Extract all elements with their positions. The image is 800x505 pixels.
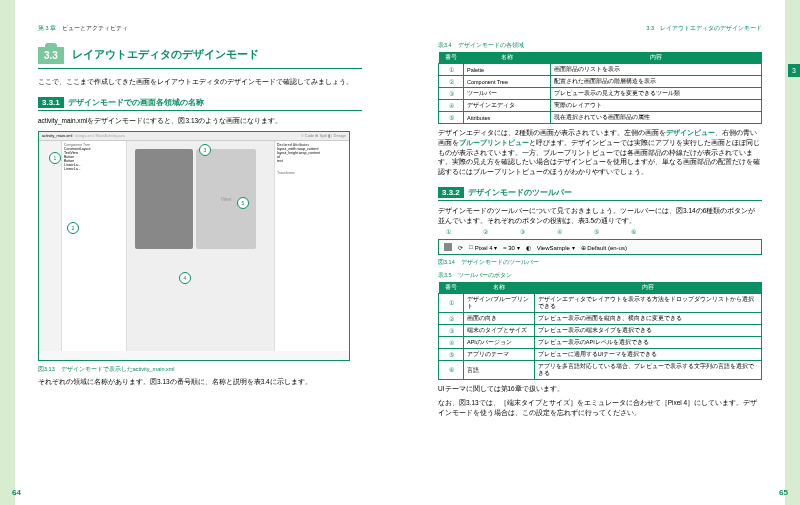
table-34: 番号名称内容 ①Palette画面部品のリストを表示 ②Component Tr… [438,52,762,124]
page-number-right: 65 [779,488,788,497]
ss-palette [39,141,62,351]
toolbar-screenshot: ⟳ □ Pixel 4 ▾ ≈ 30 ▾ ◐ ViewSample ▾ ⊕ De… [438,239,762,255]
chapter-title: ビューとアクティビティ [62,25,128,31]
p-331-2: それぞれの領域に名称があります。図3.13の番号順に、名称と説明を表3.4に示し… [38,377,362,387]
toolbar-numbers: ①②③④⑤⑥ [446,229,762,235]
device-select: □ Pixel 4 ▾ [469,244,497,251]
orientation-icon: ⟳ [458,244,463,251]
section-num-badge: 3.3 [38,47,64,64]
p-design-editor: デザインエディタには、2種類の画面が表示されています。左側の画面をデザインビュー… [438,128,762,177]
p-331-1: activity_main.xmlをデザインモードにすると、図3.13のような画… [38,116,362,126]
design-mode-icon [444,243,452,251]
table-34-caption: 表3.4 デザインモードの各領域 [438,42,762,49]
api-select: ≈ 30 ▾ [503,244,519,251]
section-title-text: レイアウトエディタのデザインモード [72,48,259,62]
locale-select: ⊕ Default (en-us) [581,244,627,251]
page-left: 第 3 章 ビューとアクティビティ 3.3 レイアウトエディタのデザインモード … [0,0,400,505]
ss-attributes: Declared Attributes layout_width wrap_co… [274,141,349,351]
theme-icon: ◐ [526,244,531,251]
p-ui-theme: UIテーマに関しては第16章で扱います。 [438,384,762,394]
table-35-caption: 表3.5 ツールバーのボタン [438,272,762,279]
page-right: 3.3 レイアウトエディタのデザインモード 3 表3.4 デザインモードの各領域… [400,0,800,505]
fig-313-caption: 図3.13 デザインモードで表示したactivity_main.xml [38,366,362,373]
ss-design-view [135,149,193,249]
ss-design-editor: View [127,141,274,351]
ss-tabs: activity_main.xml strings.xml MainActivi… [39,132,349,141]
subsection-332: 3.3.2デザインモードのツールバー [438,185,762,201]
page-header-r: 3.3 レイアウトエディタのデザインモード [438,25,762,32]
page-number-left: 64 [12,488,21,497]
p-332-1: デザインモードのツールバーについて見ておきましょう。ツールバーには、図3.14の… [438,206,762,226]
section-title: 3.3 レイアウトエディタのデザインモード [38,42,362,69]
page-header: 第 3 章 ビューとアクティビティ [38,25,362,32]
chapter-num: 第 3 章 [38,25,56,31]
fig-314-caption: 図3.14 デザインモードのツールバー [438,259,762,266]
p-note: なお、図3.13では、［端末タイプとサイズ］をエミュレータに合わせて［Pixel… [438,398,762,418]
table-35: 番号名称内容 ①デザイン/ブループリントデザインエディタでレイアウトを表示する方… [438,282,762,380]
ss-component-tree: Component Tree ConstraintLayout TextView… [62,141,127,351]
screenshot-layout-editor: activity_main.xml strings.xml MainActivi… [38,131,350,361]
subsection-331: 3.3.1デザインモードでの画面各領域の名称 [38,95,362,111]
viewsample-select: ViewSample ▾ [537,244,575,251]
chapter-tab: 3 [788,64,800,77]
section-intro: ここで、ここまで作成してきた画面をレイアウトエディタのデザインモードで確認してみ… [38,77,362,87]
